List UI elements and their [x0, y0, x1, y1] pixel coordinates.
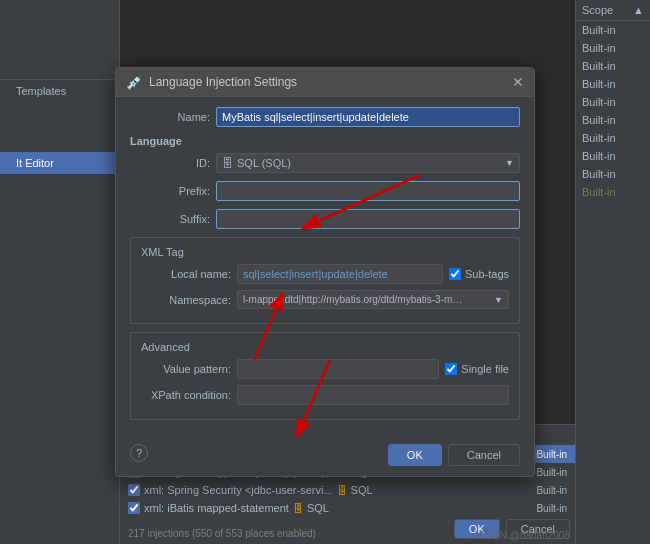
name-row: Name: [130, 107, 520, 127]
xml-tag-section: XML Tag Local name: Sub-tags Namespace: … [130, 237, 520, 324]
prefix-label: Prefix: [130, 185, 210, 197]
help-button[interactable]: ? [130, 444, 148, 462]
dialog-title-icon: 💉 [126, 74, 143, 90]
prefix-row: Prefix: [130, 181, 520, 201]
dialog-overlay: 💉 Language Injection Settings ✕ Name: La… [0, 0, 650, 544]
xml-tag-title: XML Tag [141, 246, 509, 258]
local-name-row: Local name: Sub-tags [141, 264, 509, 284]
namespace-dropdown-icon: ▼ [494, 295, 503, 305]
language-injection-dialog: 💉 Language Injection Settings ✕ Name: La… [115, 67, 535, 477]
sub-tags-checkbox-row: Sub-tags [449, 268, 509, 280]
value-pattern-label: Value pattern: [141, 363, 231, 375]
sub-tags-checkbox[interactable] [449, 268, 461, 280]
value-pattern-input[interactable] [237, 359, 439, 379]
local-name-label: Local name: [141, 268, 231, 280]
language-id-value: SQL (SQL) [237, 157, 291, 169]
namespace-select[interactable]: l-mapper.dtd|http://mybatis.org/dtd/myba… [237, 290, 509, 309]
value-pattern-row: Value pattern: Single file [141, 359, 509, 379]
chevron-down-icon: ▼ [505, 158, 514, 168]
single-file-checkbox[interactable] [445, 363, 457, 375]
id-row: ID: 🗄 SQL (SQL) ▼ [130, 153, 520, 173]
dialog-close-button[interactable]: ✕ [512, 75, 524, 89]
dialog-titlebar: 💉 Language Injection Settings ✕ [116, 68, 534, 97]
namespace-value: l-mapper.dtd|http://mybatis.org/dtd/myba… [243, 294, 463, 305]
local-name-input[interactable] [237, 264, 443, 284]
language-section-label: Language [130, 135, 520, 147]
dialog-ok-button[interactable]: OK [388, 444, 442, 466]
prefix-input[interactable] [216, 181, 520, 201]
single-file-checkbox-row: Single file [445, 363, 509, 375]
xpath-input[interactable] [237, 385, 509, 405]
language-select[interactable]: 🗄 SQL (SQL) ▼ [216, 153, 520, 173]
dialog-cancel-button[interactable]: Cancel [448, 444, 520, 466]
id-label: ID: [130, 157, 210, 169]
dialog-footer: ? OK Cancel [116, 438, 534, 476]
advanced-section: Advanced Value pattern: Single file XPat… [130, 332, 520, 420]
dialog-body: Name: Language ID: 🗄 SQL (SQL) ▼ Prefix: [116, 97, 534, 438]
single-file-label: Single file [461, 363, 509, 375]
sql-icon: 🗄 [222, 157, 233, 169]
namespace-label: Namespace: [141, 294, 231, 306]
suffix-input[interactable] [216, 209, 520, 229]
name-label: Name: [130, 111, 210, 123]
name-input[interactable] [216, 107, 520, 127]
namespace-row: Namespace: l-mapper.dtd|http://mybatis.o… [141, 290, 509, 309]
xpath-row: XPath condition: [141, 385, 509, 405]
dialog-title: Language Injection Settings [149, 75, 506, 89]
suffix-label: Suffix: [130, 213, 210, 225]
sub-tags-label: Sub-tags [465, 268, 509, 280]
advanced-title: Advanced [141, 341, 509, 353]
suffix-row: Suffix: [130, 209, 520, 229]
xpath-label: XPath condition: [141, 389, 231, 401]
